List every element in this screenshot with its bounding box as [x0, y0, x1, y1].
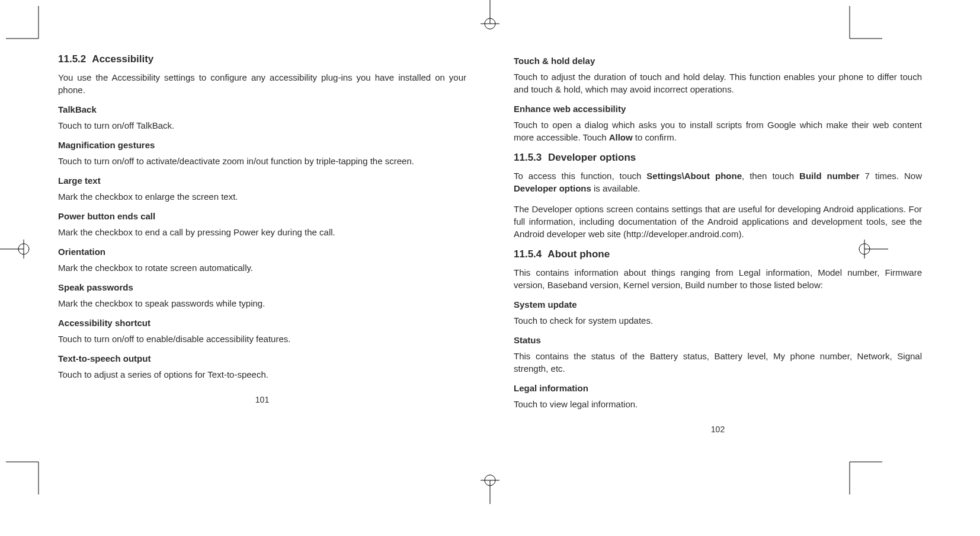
body-text: Touch to turn on/off TalkBack. — [58, 119, 466, 132]
section-number: 11.5.3 — [514, 152, 542, 164]
body-text: To access this function, touch Settings\… — [514, 170, 922, 194]
sub-heading: Status — [514, 335, 922, 345]
body-text: Mark the checkbox to rotate screen autom… — [58, 261, 466, 274]
registration-mark-left — [0, 237, 36, 263]
sub-heading: System update — [514, 299, 922, 310]
sub-heading: Accessibility shortcut — [58, 318, 466, 328]
svg-point-13 — [485, 475, 495, 486]
section-intro: You use the Accessibility settings to co… — [58, 71, 466, 96]
sub-heading: Speak passwords — [58, 282, 466, 292]
section-intro: This contains information about things r… — [514, 266, 922, 291]
body-text: Mark the checkbox to speak passwords whi… — [58, 297, 466, 310]
bold-text: Build number — [799, 171, 860, 181]
sub-heading: Text-to-speech output — [58, 353, 466, 363]
svg-point-10 — [485, 18, 495, 29]
section-number: 11.5.2 — [58, 53, 86, 65]
sub-heading: Enhance web accessibility — [514, 104, 922, 114]
body-text: Touch to open a dialog which asks you to… — [514, 119, 922, 143]
body-text: Touch to view legal information. — [514, 398, 922, 410]
crop-mark-bottom-left — [6, 447, 53, 494]
sub-heading: Legal information — [514, 383, 922, 393]
crop-mark-top-right — [835, 6, 882, 53]
text-segment: Touch to open a dialog which asks you to… — [514, 120, 922, 142]
text-segment: is available. — [591, 183, 640, 193]
sub-heading: TalkBack — [58, 104, 466, 114]
body-text: The Developer options screen contains se… — [514, 203, 922, 240]
section-number: 11.5.4 — [514, 248, 542, 260]
body-text: Mark the checkbox to end a call by press… — [58, 226, 466, 238]
body-text: Touch to turn on/off to activate/deactiv… — [58, 155, 466, 167]
page-left: 11.5.2 Accessibility You use the Accessi… — [58, 53, 490, 434]
text-segment: 7 times. Now — [860, 171, 922, 181]
body-text: Touch to adjust the duration of touch an… — [514, 71, 922, 95]
sub-heading: Magnification gestures — [58, 140, 466, 150]
section-title: Developer options — [548, 152, 636, 163]
section-title: About phone — [547, 248, 610, 260]
page-spread: 11.5.2 Accessibility You use the Accessi… — [58, 53, 922, 434]
svg-point-16 — [18, 244, 29, 254]
registration-mark-bottom — [478, 468, 502, 506]
text-segment: to confirm. — [633, 132, 677, 142]
body-text: Touch to turn on/off to enable/disable a… — [58, 333, 466, 345]
page-number-right: 102 — [514, 425, 922, 434]
body-text: Touch to adjust a series of options for … — [58, 368, 466, 381]
sub-heading: Power button ends call — [58, 211, 466, 221]
sub-heading: Orientation — [58, 247, 466, 257]
body-text: This contains the status of the Battery … — [514, 350, 922, 375]
body-text: Touch to check for system updates. — [514, 314, 922, 327]
bold-text: Settings\About phone — [646, 171, 742, 181]
sub-heading: Large text — [58, 176, 466, 186]
registration-mark-top — [478, 0, 502, 38]
section-heading-11-5-4: 11.5.4 About phone — [514, 248, 922, 260]
text-segment: , then touch — [742, 171, 799, 181]
crop-mark-bottom-right — [835, 447, 882, 494]
body-text: Mark the checkbox to enlarge the screen … — [58, 190, 466, 203]
page-number-left: 101 — [58, 395, 466, 404]
text-segment: To access this function, touch — [514, 171, 646, 181]
bold-text: Developer options — [514, 183, 591, 193]
crop-mark-top-left — [6, 6, 53, 53]
section-title: Accessibility — [92, 53, 153, 65]
section-heading-11-5-2: 11.5.2 Accessibility — [58, 53, 466, 65]
page-right: Touch & hold delay Touch to adjust the d… — [490, 53, 922, 434]
section-heading-11-5-3: 11.5.3 Developer options — [514, 152, 922, 164]
bold-text: Allow — [609, 132, 633, 142]
sub-heading: Touch & hold delay — [514, 56, 922, 66]
